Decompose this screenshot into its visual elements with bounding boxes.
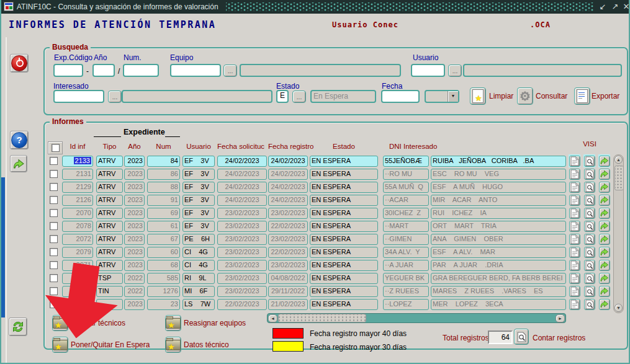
cell-anio[interactable]: 2023 — [124, 156, 145, 167]
equipo-input[interactable] — [170, 64, 221, 77]
cell-usuario[interactable]: LS 7W — [182, 299, 215, 310]
cell-fecha-solicitud[interactable]: 23/02/2023 — [217, 273, 267, 284]
cell-tipo[interactable]: ATRV — [96, 247, 123, 258]
cell-num[interactable]: 61 — [147, 221, 180, 232]
cell-nombre-interesado[interactable]: RUI ICHEZ IA — [431, 208, 566, 219]
row-preview-button[interactable] — [584, 221, 595, 232]
cell-id-inf[interactable]: 2129 — [62, 182, 93, 193]
cell-fecha-solicitud[interactable]: 23/02/2023 — [217, 286, 267, 297]
cell-anio[interactable]: 2023 — [124, 247, 145, 258]
cell-num[interactable]: 69 — [147, 208, 180, 219]
cell-id-inf[interactable]: 2078 — [62, 221, 93, 232]
cell-nombre-interesado[interactable]: ORT MART TRIA — [431, 221, 566, 232]
cell-fecha-registro[interactable]: 21/02/2023 — [268, 299, 308, 310]
cell-fecha-registro[interactable]: 24/02/2023 — [268, 182, 308, 193]
reasignar-equipos-button[interactable]: ★ — [165, 315, 181, 331]
cell-num[interactable]: 67 — [147, 234, 180, 245]
row-preview-button[interactable] — [584, 247, 595, 258]
row-document-button[interactable] — [569, 169, 580, 180]
row-preview-button[interactable] — [584, 286, 595, 297]
cell-nombre-interesado[interactable]: ESF A MUÑ HUGO — [431, 182, 566, 193]
cell-anio[interactable]: 2023 — [124, 260, 145, 271]
row-document-button[interactable] — [569, 299, 580, 310]
refresh-button[interactable] — [9, 317, 27, 336]
fecha-operator-select[interactable]: ▼ — [425, 90, 459, 103]
cell-fecha-registro[interactable]: 22/02/2023 — [268, 247, 308, 258]
row-document-button[interactable] — [569, 195, 580, 206]
usuario-input[interactable] — [411, 64, 445, 77]
cell-tipo[interactable]: ATRV — [96, 208, 123, 219]
cell-num[interactable]: 1276 — [147, 286, 180, 297]
cell-id-inf[interactable]: 2126 — [62, 195, 93, 206]
row-document-button[interactable] — [569, 156, 580, 167]
row-document-button[interactable] — [569, 182, 580, 193]
cell-estado[interactable]: EN ESPERA — [310, 273, 378, 284]
cell-anio[interactable]: 2023 — [124, 234, 145, 245]
cell-estado[interactable]: EN ESPERA — [310, 208, 378, 219]
cell-fecha-registro[interactable]: 23/02/2023 — [268, 260, 308, 271]
cell-fecha-solicitud[interactable]: 24/02/2023 — [217, 156, 267, 167]
row-document-button[interactable] — [569, 273, 580, 284]
cell-fecha-solicitud[interactable]: 24/02/2023 — [217, 195, 267, 206]
cell-usuario[interactable]: EF 3V — [182, 195, 215, 206]
cell-estado[interactable]: EN ESPERA — [310, 169, 378, 180]
cell-id-inf[interactable]: 2070 — [62, 208, 93, 219]
minimize-icon[interactable]: ↙ — [597, 1, 608, 12]
row-checkbox[interactable] — [50, 248, 58, 256]
row-checkbox[interactable] — [50, 235, 58, 243]
row-go-button[interactable] — [599, 273, 610, 284]
cell-fecha-registro[interactable]: 24/02/2023 — [268, 195, 308, 206]
cell-dni-interesado[interactable]: ··LOPEZ — [383, 299, 429, 310]
interesado-input[interactable] — [53, 90, 104, 103]
limpiar-button[interactable]: ★ — [470, 87, 486, 105]
cell-anio[interactable]: 2022 — [124, 286, 145, 297]
row-go-button[interactable] — [599, 195, 610, 206]
cell-estado[interactable]: EN ESPERA — [310, 182, 378, 193]
row-go-button[interactable] — [599, 260, 610, 271]
maximize-icon[interactable]: ↗ — [610, 1, 621, 12]
row-go-button[interactable] — [599, 299, 610, 310]
cell-num[interactable]: 23 — [147, 299, 180, 310]
estado-lov-button[interactable]: ... — [292, 91, 306, 103]
num-input[interactable] — [123, 64, 159, 77]
row-go-button[interactable] — [599, 208, 610, 219]
row-document-button[interactable] — [569, 208, 580, 219]
cell-estado[interactable]: EN ESPERA — [310, 156, 378, 167]
cell-estado[interactable]: EN ESPERA — [310, 260, 378, 271]
cell-tipo[interactable]: ATRV — [96, 156, 123, 167]
cell-estado[interactable]: EN ESPERA — [310, 299, 378, 310]
help-button[interactable]: ? — [10, 131, 29, 149]
row-preview-button[interactable] — [584, 273, 595, 284]
table-vertical-scrollbar[interactable]: ▲ ▼ — [613, 154, 624, 313]
cell-dni-interesado[interactable]: ··RO MU — [383, 169, 429, 180]
cell-num[interactable]: 88 — [147, 182, 180, 193]
row-preview-button[interactable] — [584, 156, 595, 167]
interesado-lov-button[interactable]: ... — [108, 91, 122, 103]
row-checkbox[interactable] — [50, 196, 58, 204]
row-checkbox[interactable] — [50, 157, 58, 165]
cell-tipo[interactable]: ATRV — [96, 234, 123, 245]
row-preview-button[interactable] — [584, 299, 595, 310]
cell-fecha-registro[interactable]: 24/02/2023 — [268, 169, 308, 180]
row-preview-button[interactable] — [584, 208, 595, 219]
cell-nombre-interesado[interactable]: ANA GIMEN OBER — [431, 234, 566, 245]
scroll-up-icon[interactable]: ▲ — [614, 156, 623, 164]
row-go-button[interactable] — [599, 247, 610, 258]
cell-num[interactable]: 84 — [147, 156, 180, 167]
table-horizontal-scrollbar[interactable]: ◄ ► — [267, 313, 566, 323]
cell-fecha-registro[interactable]: 23/02/2023 — [268, 234, 308, 245]
cell-anio[interactable]: 2022 — [124, 273, 145, 284]
equipo-lov-button[interactable]: ... — [223, 64, 237, 77]
cell-fecha-solicitud[interactable]: 23/02/2023 — [217, 247, 267, 258]
cell-id-inf[interactable]: 2079 — [62, 247, 93, 258]
exportar-button[interactable] — [574, 87, 590, 105]
row-go-button[interactable] — [599, 234, 610, 245]
cell-num[interactable]: 91 — [147, 195, 180, 206]
cell-nombre-interesado[interactable]: MARES Z RUEES .VARES ES — [431, 286, 566, 297]
cell-fecha-solicitud[interactable]: 23/02/2023 — [217, 234, 267, 245]
cell-id-inf[interactable]: 2072 — [62, 234, 93, 245]
cell-anio[interactable]: 2023 — [124, 195, 145, 206]
row-go-button[interactable] — [599, 286, 610, 297]
cell-anio[interactable]: 2023 — [124, 169, 145, 180]
consultar-button[interactable]: ⚙ — [517, 87, 533, 105]
